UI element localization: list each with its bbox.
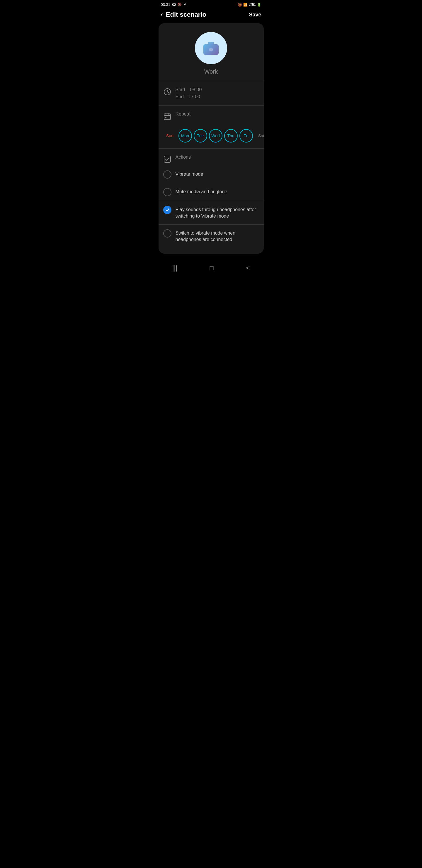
check-icon [165,208,169,212]
briefcase-icon [202,40,220,56]
checkbox-mute[interactable] [163,188,171,196]
day-sun[interactable]: Sun [163,129,177,143]
main-card: Work Start 08:00 End 17:00 [159,23,264,254]
start-time-row: Start 08:00 [175,87,259,92]
day-sat[interactable]: Sat [255,129,266,143]
svg-rect-2 [209,49,213,51]
calendar-icon [163,112,171,121]
start-value: 08:00 [190,87,202,92]
checkbox-switch-vibrate[interactable] [163,229,171,238]
battery-icon: 🔋 [257,3,261,7]
checkbox-vibrate[interactable] [163,170,171,179]
page-title: Edit scenario [166,11,206,19]
mute-icon: 🔇 [177,3,182,6]
nav-bar: ||| □ < [156,259,266,279]
day-thu[interactable]: Thu [224,129,238,143]
actions-label: Actions [175,155,191,160]
header-left: ‹ Edit scenario [161,11,206,19]
action-mute[interactable]: Mute media and ringtone [159,183,264,201]
back-nav-button[interactable]: < [246,264,250,272]
back-button[interactable]: ‹ [161,11,163,19]
action-vibrate-label: Vibrate mode [175,170,203,178]
scenario-name: Work [204,68,218,75]
silent-icon: 🔕 [238,3,242,7]
action-vibrate[interactable]: Vibrate mode [159,166,264,183]
scenario-icon-section: Work [159,23,264,81]
action-switch-vibrate[interactable]: Switch to vibrate mode when headphones a… [159,225,264,248]
action-mute-label: Mute media and ringtone [175,188,227,195]
home-button[interactable]: □ [210,264,214,272]
svg-rect-11 [164,156,170,162]
header: ‹ Edit scenario Save [156,8,266,23]
status-bar: 03:31 🖼 🔇 M 🔕 📶 LTE1 🔋 [156,0,266,8]
day-mon[interactable]: Mon [178,129,192,143]
end-label: End [175,94,184,99]
action-headphones[interactable]: Play sounds through headphones after swi… [159,201,264,224]
day-fri[interactable]: Fri [239,129,253,143]
wifi-icon: 📶 [243,3,248,7]
status-right: 🔕 📶 LTE1 🔋 [238,3,261,7]
actions-icon [163,155,171,163]
svg-line-5 [167,92,169,93]
recent-apps-button[interactable]: ||| [172,264,177,272]
status-left: 03:31 🖼 🔇 M [161,2,187,7]
day-tue[interactable]: Tue [194,129,207,143]
clock-icon [163,88,171,96]
mail-icon: M [184,3,186,7]
time-content: Start 08:00 End 17:00 [175,87,259,99]
days-row: Sun Mon Tue Wed Thu Fri Sat [163,129,266,143]
action-switch-vibrate-label: Switch to vibrate mode when headphones a… [175,229,259,243]
lte-label: LTE1 [249,3,256,6]
svg-rect-0 [208,42,214,44]
end-value: 17:00 [188,94,200,99]
start-label: Start [175,87,186,92]
svg-rect-6 [164,114,170,120]
end-time-row: End 17:00 [175,94,259,99]
svg-rect-10 [165,117,166,118]
status-time: 03:31 [161,2,170,7]
scenario-icon-circle[interactable] [195,32,227,64]
save-button[interactable]: Save [249,12,261,18]
day-wed[interactable]: Wed [209,129,222,143]
repeat-header: Repeat [163,112,191,121]
checkbox-headphones[interactable] [163,206,171,214]
gallery-icon: 🖼 [172,2,176,7]
action-headphones-label: Play sounds through headphones after swi… [175,206,259,220]
repeat-section: Repeat Sun Mon Tue Wed Thu Fri Sat [159,105,264,148]
actions-header-row: Actions [159,149,264,166]
repeat-label: Repeat [175,112,191,117]
time-section: Start 08:00 End 17:00 [159,81,264,105]
